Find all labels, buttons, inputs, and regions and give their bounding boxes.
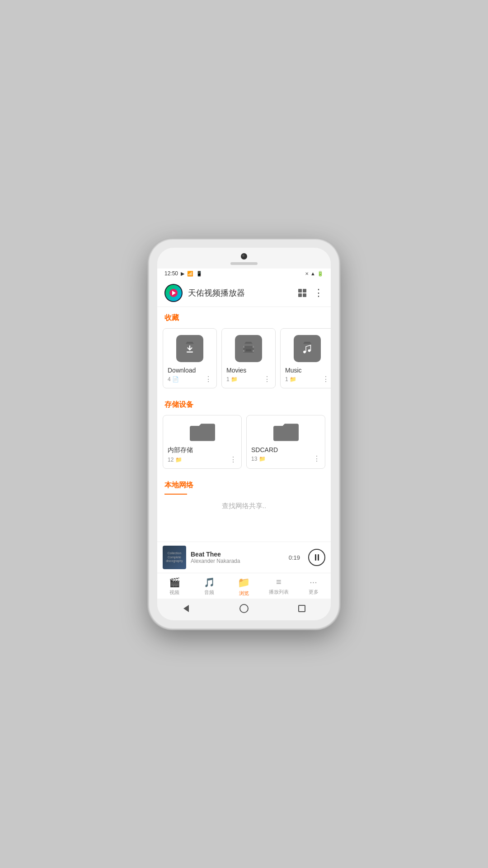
nav-item-video[interactable]: 🎬 视频 bbox=[157, 577, 192, 597]
internal-storage-count: 12 📁 bbox=[168, 457, 182, 463]
nav-item-audio[interactable]: 🎵 音频 bbox=[192, 577, 227, 597]
sdcard-name: SDCARD bbox=[251, 446, 320, 453]
sdcard-icon bbox=[273, 422, 299, 442]
svg-rect-3 bbox=[243, 346, 244, 348]
notch-area bbox=[157, 248, 331, 269]
audio-nav-icon: 🎵 bbox=[204, 577, 215, 588]
svg-rect-6 bbox=[253, 350, 254, 352]
sim-icon: 📱 bbox=[196, 271, 202, 277]
favorites-section-header: 收藏 bbox=[157, 307, 331, 326]
nav-item-more[interactable]: ··· 更多 bbox=[296, 577, 331, 597]
svg-rect-5 bbox=[243, 350, 244, 352]
more-options-button[interactable]: ⋮ bbox=[314, 287, 324, 299]
speaker bbox=[230, 262, 258, 265]
music-icon bbox=[299, 340, 315, 357]
track-artist: Alexander Nakarada bbox=[191, 558, 284, 564]
status-time: 12:50 bbox=[164, 270, 178, 277]
network-search-text[interactable]: 查找网络共享.. bbox=[157, 495, 331, 518]
internal-storage-name: 内部存储 bbox=[168, 446, 237, 454]
internal-more-button[interactable]: ⋮ bbox=[230, 455, 237, 464]
track-time: 0:19 bbox=[289, 554, 300, 561]
album-art: CollectionCompletediscography bbox=[163, 546, 186, 569]
video-nav-icon: 🎬 bbox=[169, 577, 180, 588]
more-nav-label: 更多 bbox=[309, 589, 319, 595]
app-logo bbox=[164, 284, 183, 302]
wifi-x-icon: ✕ bbox=[305, 271, 309, 276]
home-circle-icon bbox=[239, 604, 249, 613]
favorites-grid: Download 4 📄 ⋮ bbox=[157, 326, 331, 394]
music-folder-count: 1 📁 bbox=[285, 376, 296, 382]
track-title: Beat Thee bbox=[191, 551, 284, 558]
system-nav bbox=[157, 599, 331, 620]
movie-icon bbox=[240, 340, 257, 357]
pause-bar-left bbox=[315, 554, 316, 561]
now-playing-bar[interactable]: CollectionCompletediscography Beat Thee … bbox=[157, 542, 331, 573]
folder-card-movies[interactable]: Movies 1 📁 ⋮ bbox=[221, 328, 276, 388]
back-button[interactable] bbox=[181, 603, 192, 614]
download-icon bbox=[182, 340, 198, 357]
phone-frame: 12:50 ▶ 📶 📱 ✕ ▲ 🔋 天佑视频播放器 bbox=[149, 240, 339, 628]
pause-bar-right bbox=[318, 554, 319, 561]
wifi-icon: 📶 bbox=[187, 271, 193, 277]
movies-more-button[interactable]: ⋮ bbox=[263, 375, 271, 383]
download-folder-name: Download bbox=[168, 367, 196, 374]
nav-item-playlist[interactable]: ≡ 播放列表 bbox=[261, 577, 296, 597]
video-nav-label: 视频 bbox=[169, 589, 179, 596]
folder-card-download[interactable]: Download 4 📄 ⋮ bbox=[163, 328, 217, 388]
music-folder-name: Music bbox=[285, 367, 302, 374]
storage-grid: 内部存储 12 📁 ⋮ SDCARD 13 📁 ⋮ bbox=[157, 413, 331, 474]
track-info: Beat Thee Alexander Nakarada bbox=[191, 551, 284, 564]
movies-folder-count: 1 📁 bbox=[226, 376, 238, 382]
network-section-header: 本地网络 bbox=[157, 474, 331, 494]
music-folder-icon-bg bbox=[294, 335, 321, 362]
phone-screen: 12:50 ▶ 📶 📱 ✕ ▲ 🔋 天佑视频播放器 bbox=[157, 248, 331, 620]
sdcard-more-button[interactable]: ⋮ bbox=[313, 454, 320, 463]
movies-folder-name: Movies bbox=[226, 367, 246, 374]
home-button[interactable] bbox=[239, 603, 249, 614]
internal-storage-icon bbox=[190, 422, 215, 442]
more-nav-icon: ··· bbox=[310, 577, 317, 587]
app-title: 天佑视频播放器 bbox=[188, 288, 293, 298]
download-folder-icon-bg bbox=[176, 335, 203, 362]
network-section: 本地网络 查找网络共享.. bbox=[157, 474, 331, 521]
app-header: 天佑视频播放器 ⋮ bbox=[157, 279, 331, 307]
sdcard-count: 13 📁 bbox=[251, 456, 266, 462]
music-more-button[interactable]: ⋮ bbox=[322, 375, 329, 383]
storage-card-internal[interactable]: 内部存储 12 📁 ⋮ bbox=[163, 415, 242, 469]
playlist-nav-label: 播放列表 bbox=[269, 589, 289, 595]
movies-folder-icon-bg bbox=[235, 335, 262, 362]
browse-nav-label: 浏览 bbox=[239, 590, 249, 597]
pause-button[interactable] bbox=[308, 549, 325, 566]
download-folder-count: 4 📄 bbox=[168, 376, 179, 382]
storage-card-sdcard[interactable]: SDCARD 13 📁 ⋮ bbox=[246, 415, 325, 469]
play-icon: ▶ bbox=[181, 271, 184, 277]
svg-rect-7 bbox=[300, 343, 314, 354]
folder-card-music[interactable]: Music 1 📁 ⋮ bbox=[280, 328, 331, 388]
camera bbox=[241, 253, 247, 259]
status-bar: 12:50 ▶ 📶 📱 ✕ ▲ 🔋 bbox=[157, 269, 331, 279]
recents-button[interactable] bbox=[296, 603, 307, 614]
content-area: 收藏 Download bbox=[157, 307, 331, 542]
playlist-nav-icon: ≡ bbox=[276, 577, 282, 587]
battery-icon: 🔋 bbox=[317, 271, 324, 277]
audio-nav-label: 音频 bbox=[204, 589, 214, 596]
nav-item-browse[interactable]: 📁 浏览 bbox=[227, 577, 262, 597]
browse-nav-icon: 📁 bbox=[238, 577, 250, 589]
download-more-button[interactable]: ⋮ bbox=[205, 375, 212, 383]
grid-view-button[interactable] bbox=[298, 289, 306, 297]
storage-section-header: 存储设备 bbox=[157, 394, 331, 413]
recents-square-icon bbox=[298, 605, 305, 612]
signal-icon: ▲ bbox=[310, 271, 315, 276]
bottom-nav: 🎬 视频 🎵 音频 📁 浏览 ≡ 播放列表 ··· 更多 bbox=[157, 573, 331, 599]
svg-rect-4 bbox=[253, 346, 254, 348]
back-triangle-icon bbox=[183, 605, 189, 612]
